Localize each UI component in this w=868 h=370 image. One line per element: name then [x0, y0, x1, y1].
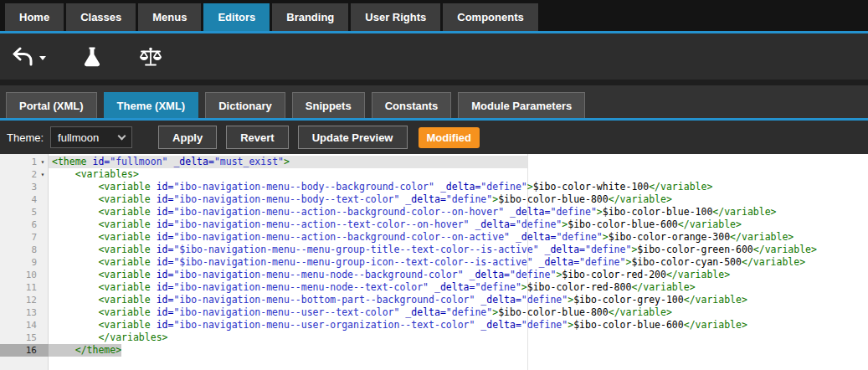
- code-line[interactable]: <variable id="ibo-navigation-menu--actio…: [49, 231, 868, 244]
- code-token: <variable: [98, 281, 150, 293]
- code-line[interactable]: <variable id="ibo-navigation-menu--menu-…: [49, 281, 868, 294]
- code-line[interactable]: <variable id="ibo-navigation-menu--body-…: [49, 193, 868, 206]
- theme-select-value: fullmoon: [58, 131, 99, 144]
- code-token: [52, 319, 98, 331]
- code-rows: 1▾<theme id="fullmoon" _delta="must_exis…: [0, 154, 868, 357]
- code-line[interactable]: </variables>: [49, 331, 868, 344]
- code-token: _delta=: [475, 294, 521, 306]
- code-line[interactable]: <variable id="$ibo-navigation-menu--menu…: [49, 256, 868, 269]
- gutter-cell: 9: [0, 256, 49, 269]
- line-number: 3: [15, 181, 37, 193]
- gutter-cell: 13: [0, 306, 49, 319]
- code-token: $ibo-color-cyan-500: [631, 256, 742, 268]
- code-token: _delta=: [539, 244, 585, 255]
- code-line[interactable]: <variables>: [49, 168, 868, 181]
- code-token: </variable>: [753, 244, 817, 255]
- code-row: 1▾<theme id="fullmoon" _delta="must_exis…: [0, 156, 868, 168]
- code-token: [52, 306, 98, 318]
- update-preview-button[interactable]: Update Preview: [298, 126, 408, 149]
- code-row: 12 <variable id="ibo-navigation-menu--bo…: [0, 294, 868, 306]
- code-line[interactable]: <variable id="ibo-navigation-menu--menu-…: [49, 269, 868, 281]
- code-token: [52, 256, 98, 268]
- scales-button[interactable]: [138, 46, 163, 68]
- code-token: [52, 181, 98, 193]
- code-token: <variable: [98, 319, 150, 331]
- editor-tab-theme-xml[interactable]: Theme (XML): [104, 92, 199, 118]
- code-token: <theme: [52, 156, 87, 167]
- code-token: $ibo-color-blue-800: [498, 193, 609, 205]
- code-token: $ibo-color-blue-100: [603, 206, 713, 218]
- code-row: 15 </variables>: [0, 331, 868, 344]
- undo-button[interactable]: [12, 47, 46, 67]
- code-token: _delta=: [510, 231, 556, 243]
- code-token: id=: [151, 269, 174, 280]
- chevron-down-icon[interactable]: [39, 56, 46, 60]
- editor-tab-module-parameters[interactable]: Module Parameters: [458, 92, 585, 118]
- gutter-cell: 5: [0, 206, 49, 218]
- code-token: </variable>: [666, 269, 730, 280]
- top-tab-user-rights[interactable]: User Rights: [351, 3, 440, 31]
- code-token: $ibo-color-blue-600: [568, 218, 678, 230]
- code-token: "define": [510, 269, 556, 280]
- code-token: _delta=: [434, 181, 480, 193]
- code-token: _delta=: [464, 269, 510, 280]
- code-token: "$ibo-navigation-menu--menu-group-title-…: [173, 244, 538, 255]
- line-number: 7: [15, 231, 37, 244]
- code-token: </variables>: [98, 331, 167, 343]
- code-token: </variable>: [712, 206, 776, 218]
- editor-tab-snippets[interactable]: Snippets: [292, 92, 365, 118]
- fold-icon[interactable]: ▾: [37, 168, 49, 181]
- gutter-cell: 4: [0, 193, 49, 206]
- top-tab-menus[interactable]: Menus: [138, 3, 201, 31]
- code-line[interactable]: <variable id="ibo-navigation-menu--actio…: [49, 206, 868, 218]
- editor-tab-bar: Portal (XML)Theme (XML)DictionarySnippet…: [0, 85, 868, 121]
- gutter-cell: 12: [0, 294, 49, 306]
- code-line[interactable]: <variable id="ibo-navigation-menu--botto…: [49, 294, 868, 306]
- editor-tab-dictionary[interactable]: Dictionary: [205, 92, 285, 118]
- code-token: "define": [446, 193, 492, 205]
- top-tab-classes[interactable]: Classes: [66, 3, 136, 31]
- code-token: </variable>: [609, 193, 672, 205]
- code-token: </variable>: [684, 294, 747, 306]
- code-token: <variable: [98, 231, 150, 243]
- code-line[interactable]: <theme id="fullmoon" _delta="must_exist"…: [49, 156, 868, 168]
- editor-tab-portal-xml[interactable]: Portal (XML): [6, 92, 97, 118]
- code-token: </variable>: [730, 231, 794, 243]
- scales-icon: [138, 46, 163, 68]
- code-token: _delta=: [168, 156, 214, 167]
- theme-select[interactable]: fullmoon: [50, 126, 132, 148]
- code-token: [52, 168, 75, 180]
- code-token: $ibo-color-red-200: [562, 269, 666, 280]
- fold-icon[interactable]: ▾: [37, 156, 49, 168]
- top-tab-components[interactable]: Components: [443, 3, 537, 31]
- code-row: 4 <variable id="ibo-navigation-menu--bod…: [0, 193, 868, 206]
- code-token: "define": [579, 256, 625, 268]
- code-line[interactable]: <variable id="$ibo-navigation-menu--menu…: [49, 244, 868, 256]
- top-tab-home[interactable]: Home: [5, 3, 64, 31]
- code-token: </variable>: [649, 181, 712, 193]
- code-line[interactable]: <variable id="ibo-navigation-menu--user-…: [49, 319, 868, 331]
- chevron-down-icon: [118, 131, 126, 140]
- line-number: 5: [15, 206, 37, 218]
- gutter-cell: 1▾: [0, 156, 49, 168]
- code-token: $ibo-color-orange-300: [609, 231, 730, 243]
- theme-buttons: ApplyRevertUpdate Preview: [158, 126, 407, 149]
- editor-tab-constants[interactable]: Constants: [372, 92, 452, 118]
- code-token: </variable>: [631, 281, 695, 293]
- code-token: <variable: [98, 193, 150, 205]
- gutter-cell: 2▾: [0, 168, 49, 181]
- code-line[interactable]: <variable id="ibo-navigation-menu--actio…: [49, 218, 868, 231]
- top-tab-branding[interactable]: Branding: [272, 3, 348, 31]
- code-token: id=: [151, 193, 174, 205]
- code-line[interactable]: <variable id="ibo-navigation-menu--body-…: [49, 181, 868, 193]
- flask-button[interactable]: [83, 46, 101, 68]
- undo-icon: [12, 47, 33, 67]
- code-line[interactable]: </theme>: [49, 344, 868, 357]
- revert-button[interactable]: Revert: [226, 126, 288, 149]
- flask-icon: [83, 46, 101, 68]
- code-editor[interactable]: 1▾<theme id="fullmoon" _delta="must_exis…: [0, 154, 868, 370]
- apply-button[interactable]: Apply: [158, 126, 217, 149]
- top-tab-editors[interactable]: Editors: [203, 3, 270, 31]
- code-line[interactable]: <variable id="ibo-navigation-menu--user-…: [49, 306, 868, 319]
- gutter-cell: 8: [0, 244, 49, 256]
